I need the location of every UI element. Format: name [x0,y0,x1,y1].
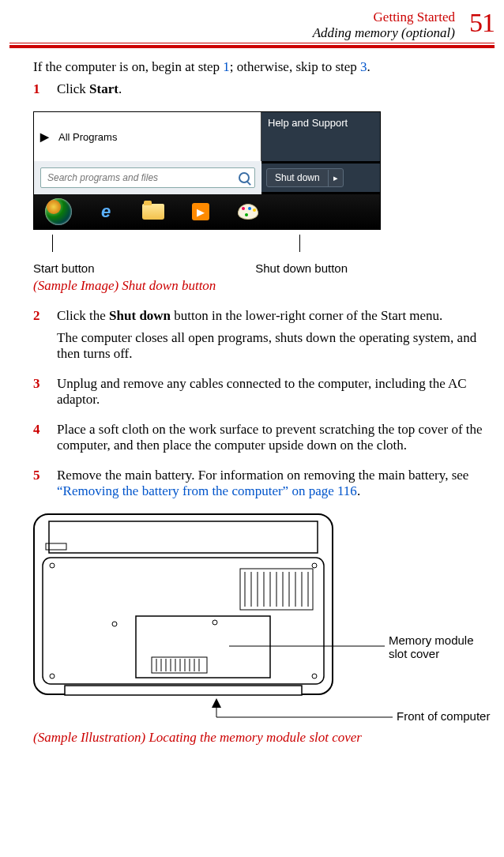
step-link-1[interactable]: 1 [223,59,230,74]
step-text: Click the [57,308,109,323]
search-field[interactable] [46,171,239,184]
step-text: Place a soft cloth on the work surface t… [57,422,490,453]
start-orb-button[interactable] [37,197,80,226]
step-text: Remove the main battery. For information… [57,468,468,483]
step-3: 3 Unplug and remove any cables connected… [33,376,490,414]
taskbar-explorer-button[interactable] [132,197,175,226]
step-number: 4 [33,422,46,460]
intro-paragraph: If the computer is on, begin at step 1; … [33,59,490,75]
callout-memory-module: Memory module slot cover [389,633,491,660]
laptop-bottom-illustration [33,513,491,725]
callout-shut-down-button: Shut down button [255,261,348,275]
step-text: The computer closes all open programs, s… [57,330,490,362]
step-text: Click [57,81,89,96]
shut-down-bold: Shut down [109,308,171,323]
page-number: 51 [469,9,495,36]
callout-start-button: Start button [33,261,255,275]
step-2: 2 Click the Shut down button in the lowe… [33,308,490,368]
start-label-bold: Start [89,81,118,96]
callout-line-shutdown [299,235,300,252]
ie-icon: e [101,201,111,222]
intro-text: . [367,59,370,74]
step-4: 4 Place a soft cloth on the work surface… [33,422,490,460]
section-title: Adding memory (optional) [313,25,455,41]
cross-reference-link[interactable]: “Removing the battery from the computer”… [57,483,357,498]
step-text: button in the lower-right corner of the … [171,308,442,323]
shut-down-label: Shut down [267,169,328,186]
chapter-title: Getting Started [313,9,455,25]
all-programs-row[interactable]: ▶ All Programs [34,112,261,161]
header-rule-thick [9,45,495,48]
taskbar: e ▶ [34,194,380,229]
caption-sample-image: (Sample Image) Shut down button [33,278,495,294]
taskbar-media-button[interactable]: ▶ [179,197,222,226]
intro-text: ; otherwise, skip to step [230,59,360,74]
taskbar-ie-button[interactable]: e [85,197,127,226]
step-number: 2 [33,308,46,368]
step-link-3[interactable]: 3 [360,59,367,74]
step-1: 1 Click Start. [33,81,490,103]
step-number: 5 [33,468,46,506]
intro-text: If the computer is on, begin at step [33,59,223,74]
folder-icon [142,204,164,220]
start-menu-screenshot: ▶ All Programs Help and Support Shut dow… [33,111,381,230]
step-number: 1 [33,81,46,103]
header-rule-thin [9,43,495,43]
windows-orb-icon [45,198,72,225]
callout-front-of-computer: Front of computer [397,709,490,723]
step-text: . [357,483,360,498]
arrow-right-icon: ▶ [40,130,49,143]
step-5: 5 Remove the main battery. For informati… [33,468,490,506]
svg-marker-36 [212,698,221,708]
shut-down-button[interactable]: Shut down ▸ [266,168,344,187]
chevron-right-icon[interactable]: ▸ [328,170,343,186]
search-input[interactable] [40,167,255,188]
step-text: . [118,81,122,96]
all-programs-label: All Programs [58,131,117,143]
caption-sample-illustration: (Sample Illustration) Locating the memor… [33,730,495,746]
step-number: 3 [33,376,46,414]
paint-palette-icon [238,204,258,220]
svg-rect-34 [65,686,302,695]
svg-rect-1 [49,521,318,553]
search-icon [239,172,250,183]
help-support-link[interactable]: Help and Support [268,117,348,129]
media-player-icon: ▶ [192,203,209,220]
taskbar-paint-button[interactable] [227,197,269,226]
step-text: Unplug and remove any cables connected t… [57,376,490,408]
